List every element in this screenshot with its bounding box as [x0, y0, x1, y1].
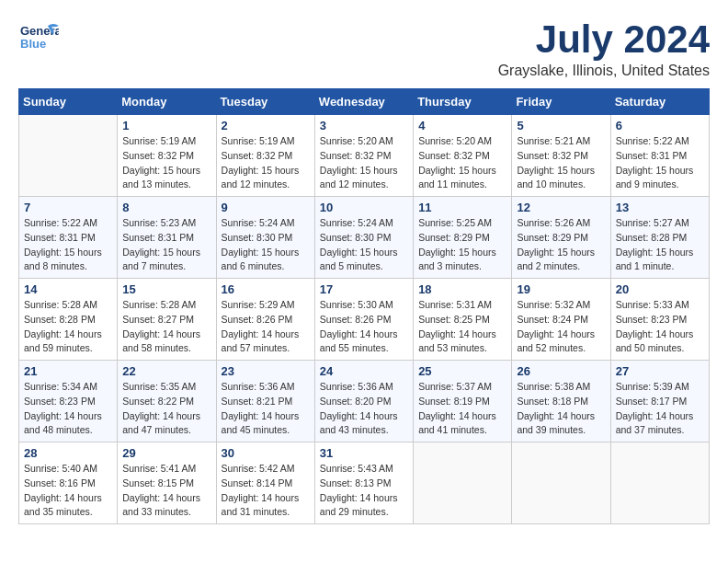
calendar-table: SundayMondayTuesdayWednesdayThursdayFrid… — [18, 88, 710, 524]
day-info: Sunrise: 5:26 AMSunset: 8:29 PMDaylight:… — [517, 216, 605, 274]
calendar-cell: 19Sunrise: 5:32 AMSunset: 8:24 PMDayligh… — [512, 279, 610, 361]
calendar-cell: 17Sunrise: 5:30 AMSunset: 8:26 PMDayligh… — [314, 279, 413, 361]
calendar-cell: 31Sunrise: 5:43 AMSunset: 8:13 PMDayligh… — [314, 442, 413, 524]
day-number: 21 — [24, 364, 112, 378]
day-number: 26 — [517, 364, 605, 378]
day-number: 1 — [122, 119, 210, 132]
day-info: Sunrise: 5:22 AMSunset: 8:31 PMDaylight:… — [24, 216, 112, 274]
day-info: Sunrise: 5:21 AMSunset: 8:32 PMDaylight:… — [517, 134, 605, 192]
day-number: 31 — [320, 446, 408, 460]
day-number: 20 — [616, 282, 704, 296]
day-info: Sunrise: 5:32 AMSunset: 8:24 PMDaylight:… — [517, 298, 605, 356]
calendar-cell: 21Sunrise: 5:34 AMSunset: 8:23 PMDayligh… — [19, 361, 118, 442]
title-section: July 2024 Grayslake, Illinois, United St… — [498, 18, 710, 79]
calendar-cell: 6Sunrise: 5:22 AMSunset: 8:31 PMDaylight… — [610, 115, 709, 197]
day-info: Sunrise: 5:41 AMSunset: 8:15 PMDaylight:… — [122, 462, 210, 520]
day-number: 18 — [418, 282, 506, 296]
day-info: Sunrise: 5:36 AMSunset: 8:21 PMDaylight:… — [222, 380, 310, 438]
month-title: July 2024 — [498, 18, 710, 61]
day-number: 9 — [222, 201, 310, 214]
day-info: Sunrise: 5:25 AMSunset: 8:29 PMDaylight:… — [418, 216, 506, 274]
calendar-week-row: 7Sunrise: 5:22 AMSunset: 8:31 PMDaylight… — [19, 197, 710, 279]
calendar-cell: 15Sunrise: 5:28 AMSunset: 8:27 PMDayligh… — [118, 279, 216, 361]
day-number: 4 — [418, 119, 506, 132]
calendar-cell: 14Sunrise: 5:28 AMSunset: 8:28 PMDayligh… — [19, 279, 118, 361]
day-info: Sunrise: 5:20 AMSunset: 8:32 PMDaylight:… — [320, 134, 408, 192]
day-number: 5 — [517, 119, 605, 132]
calendar-cell: 23Sunrise: 5:36 AMSunset: 8:21 PMDayligh… — [216, 361, 314, 442]
day-number: 3 — [320, 119, 408, 132]
day-info: Sunrise: 5:28 AMSunset: 8:27 PMDaylight:… — [122, 298, 210, 356]
calendar-cell: 16Sunrise: 5:29 AMSunset: 8:26 PMDayligh… — [216, 279, 314, 361]
day-number: 29 — [122, 446, 210, 460]
calendar-cell — [610, 442, 709, 524]
svg-text:Blue: Blue — [20, 37, 46, 51]
day-info: Sunrise: 5:35 AMSunset: 8:22 PMDaylight:… — [122, 380, 210, 438]
day-number: 27 — [616, 364, 704, 378]
calendar-cell: 24Sunrise: 5:36 AMSunset: 8:20 PMDayligh… — [314, 361, 413, 442]
day-info: Sunrise: 5:30 AMSunset: 8:26 PMDaylight:… — [320, 298, 408, 356]
day-info: Sunrise: 5:20 AMSunset: 8:32 PMDaylight:… — [418, 134, 506, 192]
day-header-wednesday: Wednesday — [314, 89, 413, 115]
calendar-cell: 5Sunrise: 5:21 AMSunset: 8:32 PMDaylight… — [512, 115, 610, 197]
day-number: 7 — [24, 201, 112, 214]
day-info: Sunrise: 5:39 AMSunset: 8:17 PMDaylight:… — [616, 380, 704, 438]
calendar-cell: 11Sunrise: 5:25 AMSunset: 8:29 PMDayligh… — [414, 197, 512, 279]
day-number: 28 — [24, 446, 112, 460]
day-info: Sunrise: 5:38 AMSunset: 8:18 PMDaylight:… — [517, 380, 605, 438]
calendar-cell — [512, 442, 610, 524]
day-header-sunday: Sunday — [19, 89, 118, 115]
day-info: Sunrise: 5:19 AMSunset: 8:32 PMDaylight:… — [122, 134, 210, 192]
calendar-cell — [19, 115, 118, 197]
calendar-cell: 18Sunrise: 5:31 AMSunset: 8:25 PMDayligh… — [414, 279, 512, 361]
day-info: Sunrise: 5:22 AMSunset: 8:31 PMDaylight:… — [616, 134, 704, 192]
day-number: 17 — [320, 282, 408, 296]
day-header-saturday: Saturday — [610, 89, 709, 115]
calendar-cell: 25Sunrise: 5:37 AMSunset: 8:19 PMDayligh… — [414, 361, 512, 442]
calendar-week-row: 21Sunrise: 5:34 AMSunset: 8:23 PMDayligh… — [19, 361, 710, 442]
calendar-cell: 4Sunrise: 5:20 AMSunset: 8:32 PMDaylight… — [414, 115, 512, 197]
day-info: Sunrise: 5:24 AMSunset: 8:30 PMDaylight:… — [222, 216, 310, 274]
day-header-tuesday: Tuesday — [216, 89, 314, 115]
day-number: 24 — [320, 364, 408, 378]
calendar-cell: 1Sunrise: 5:19 AMSunset: 8:32 PMDaylight… — [118, 115, 216, 197]
day-info: Sunrise: 5:28 AMSunset: 8:28 PMDaylight:… — [24, 298, 112, 356]
location: Grayslake, Illinois, United States — [498, 63, 710, 79]
day-info: Sunrise: 5:37 AMSunset: 8:19 PMDaylight:… — [418, 380, 506, 438]
calendar-cell: 29Sunrise: 5:41 AMSunset: 8:15 PMDayligh… — [118, 442, 216, 524]
calendar-week-row: 28Sunrise: 5:40 AMSunset: 8:16 PMDayligh… — [19, 442, 710, 524]
calendar-cell — [414, 442, 512, 524]
day-number: 11 — [418, 201, 506, 214]
calendar-week-row: 1Sunrise: 5:19 AMSunset: 8:32 PMDaylight… — [19, 115, 710, 197]
day-info: Sunrise: 5:29 AMSunset: 8:26 PMDaylight:… — [222, 298, 310, 356]
day-info: Sunrise: 5:31 AMSunset: 8:25 PMDaylight:… — [418, 298, 506, 356]
day-info: Sunrise: 5:24 AMSunset: 8:30 PMDaylight:… — [320, 216, 408, 274]
calendar-cell: 10Sunrise: 5:24 AMSunset: 8:30 PMDayligh… — [314, 197, 413, 279]
day-info: Sunrise: 5:43 AMSunset: 8:13 PMDaylight:… — [320, 462, 408, 520]
day-number: 19 — [517, 282, 605, 296]
calendar-cell: 2Sunrise: 5:19 AMSunset: 8:32 PMDaylight… — [216, 115, 314, 197]
day-header-monday: Monday — [118, 89, 216, 115]
calendar-cell: 13Sunrise: 5:27 AMSunset: 8:28 PMDayligh… — [610, 197, 709, 279]
logo: General Blue — [18, 18, 59, 55]
day-number: 15 — [122, 282, 210, 296]
day-info: Sunrise: 5:34 AMSunset: 8:23 PMDaylight:… — [24, 380, 112, 438]
calendar-header-row: SundayMondayTuesdayWednesdayThursdayFrid… — [19, 89, 710, 115]
calendar-cell: 7Sunrise: 5:22 AMSunset: 8:31 PMDaylight… — [19, 197, 118, 279]
day-info: Sunrise: 5:33 AMSunset: 8:23 PMDaylight:… — [616, 298, 704, 356]
page-header: General Blue July 2024 Grayslake, Illino… — [18, 18, 710, 79]
calendar-cell: 20Sunrise: 5:33 AMSunset: 8:23 PMDayligh… — [610, 279, 709, 361]
day-info: Sunrise: 5:36 AMSunset: 8:20 PMDaylight:… — [320, 380, 408, 438]
calendar-cell: 8Sunrise: 5:23 AMSunset: 8:31 PMDaylight… — [118, 197, 216, 279]
calendar-week-row: 14Sunrise: 5:28 AMSunset: 8:28 PMDayligh… — [19, 279, 710, 361]
day-info: Sunrise: 5:27 AMSunset: 8:28 PMDaylight:… — [616, 216, 704, 274]
day-header-friday: Friday — [512, 89, 610, 115]
day-number: 25 — [418, 364, 506, 378]
logo-icon: General Blue — [18, 18, 59, 55]
day-number: 6 — [616, 119, 704, 132]
day-info: Sunrise: 5:23 AMSunset: 8:31 PMDaylight:… — [122, 216, 210, 274]
calendar-cell: 3Sunrise: 5:20 AMSunset: 8:32 PMDaylight… — [314, 115, 413, 197]
day-info: Sunrise: 5:19 AMSunset: 8:32 PMDaylight:… — [222, 134, 310, 192]
calendar-cell: 30Sunrise: 5:42 AMSunset: 8:14 PMDayligh… — [216, 442, 314, 524]
day-info: Sunrise: 5:42 AMSunset: 8:14 PMDaylight:… — [222, 462, 310, 520]
